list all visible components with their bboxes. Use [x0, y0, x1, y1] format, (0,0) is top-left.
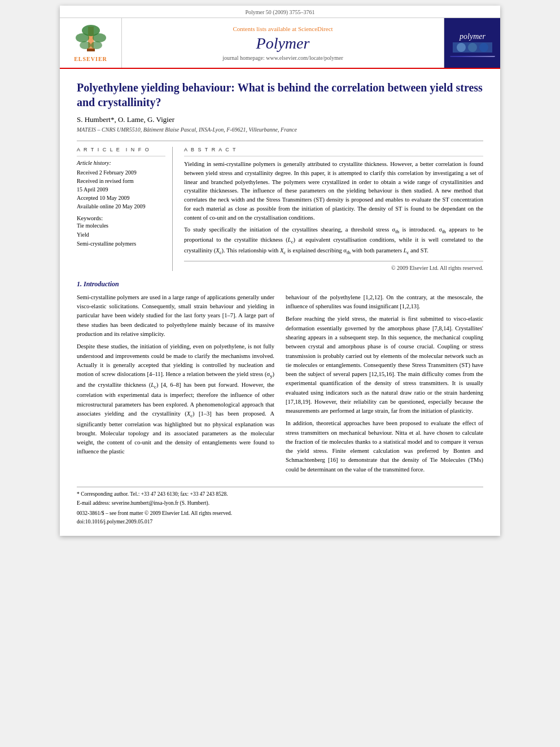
elsevier-logo: ELSEVIER [71, 24, 111, 62]
svg-point-4 [80, 41, 91, 49]
meta-divider [77, 156, 165, 156]
revised-label: Received in revised form [77, 177, 165, 185]
received-date: Received 2 February 2009 [77, 168, 165, 177]
intro-col2-para1: behaviour of the polyethylene [1,2,12]. … [286, 293, 483, 312]
journal-center-info: Contents lists available at ScienceDirec… [122, 18, 444, 68]
polymer-cover-icon: polymer [450, 28, 495, 56]
svg-point-2 [76, 33, 89, 42]
left-meta-col: A R T I C L E I N F O Article history: R… [77, 147, 173, 271]
accepted-date: Accepted 10 May 2009 [77, 194, 165, 202]
keyword-2: Yield [77, 230, 165, 239]
intro-col1-para2: Despite these studies, the initiation of… [77, 342, 274, 456]
article-info-label: A R T I C L E I N F O [77, 147, 165, 152]
keywords-section: Keywords: Tie molecules Yield Semi-cryst… [77, 215, 165, 248]
elsevier-text: ELSEVIER [74, 56, 107, 62]
authors: S. Humbert*, O. Lame, G. Vigier [77, 115, 483, 124]
journal-header: ELSEVIER Contents lists available at Sci… [60, 18, 500, 69]
polymer-badge-container: polymer [444, 18, 500, 68]
svg-text:polymer: polymer [459, 32, 485, 41]
svg-rect-6 [87, 49, 95, 51]
top-bar: Polymer 50 (2009) 3755–3761 [60, 6, 500, 18]
journal-homepage: journal homepage: www.elsevier.com/locat… [222, 55, 343, 61]
polymer-badge-graphic: polymer [450, 29, 495, 57]
article-meta-section: A R T I C L E I N F O Article history: R… [77, 147, 483, 271]
body-section: 1. Introduction Semi-crystalline polymer… [77, 280, 483, 478]
svg-point-10 [457, 43, 466, 52]
article-history: Article history: Received 2 February 200… [77, 160, 165, 211]
footnote-corresponding: * Corresponding author. Tel.: +33 47 243… [77, 491, 483, 498]
elsevier-logo-container: ELSEVIER [60, 18, 122, 68]
affiliation: MATEIS – CNRS UMR5510, Bâtiment Blaise P… [77, 126, 483, 133]
article-title: Polyethylene yielding behaviour: What is… [77, 80, 483, 110]
intro-col2: behaviour of the polyethylene [1,2,12]. … [286, 293, 483, 478]
keyword-3: Semi-crystalline polymers [77, 239, 165, 248]
journal-name: Polymer [256, 34, 310, 53]
doi-line: doi:10.1016/j.polymer.2009.05.017 [77, 519, 483, 525]
revised-date: 15 April 2009 [77, 185, 165, 194]
history-label: Article history: [77, 160, 165, 166]
sciencedirect-link-text: ScienceDirect [298, 25, 333, 32]
abstract-divider [184, 156, 483, 156]
content-area: Polyethylene yielding behaviour: What is… [60, 69, 500, 536]
abstract-col: A B S T R A C T Yielding in semi-crystal… [184, 147, 483, 271]
intro-heading: 1. Introduction [77, 280, 483, 289]
divider-1 [77, 141, 483, 141]
abstract-para1: Yielding in semi-crystalline polymers is… [184, 160, 483, 222]
svg-point-5 [91, 41, 102, 49]
elsevier-graphic-icon [71, 24, 111, 55]
intro-col2-para2: Before reaching the yield stress, the ma… [286, 314, 483, 416]
abstract-copyright: © 2009 Elsevier Ltd. All rights reserved… [184, 261, 483, 271]
footnote-email: E-mail address: severine.humbert@insa-ly… [77, 500, 483, 507]
journal-citation: Polymer 50 (2009) 3755–3761 [245, 9, 314, 15]
abstract-label: A B S T R A C T [184, 147, 483, 152]
svg-point-3 [93, 33, 106, 42]
footnotes: * Corresponding author. Tel.: +33 47 243… [77, 487, 483, 525]
footnote-copyright: 0032-3861/$ – see front matter © 2009 El… [77, 510, 483, 517]
keywords-label: Keywords: [77, 215, 165, 221]
intro-two-col: Semi-crystalline polymers are used in a … [77, 293, 483, 478]
polymer-badge-text: polymer [450, 28, 495, 59]
svg-point-12 [479, 43, 488, 52]
keyword-1: Tie molecules [77, 221, 165, 230]
abstract-text: Yielding in semi-crystalline polymers is… [184, 160, 483, 256]
intro-col1: Semi-crystalline polymers are used in a … [77, 293, 274, 478]
available-date: Available online 20 May 2009 [77, 202, 165, 211]
intro-col2-para3: In addition, theoretical approaches have… [286, 419, 483, 474]
intro-col1-para1: Semi-crystalline polymers are used in a … [77, 293, 274, 339]
svg-point-11 [468, 43, 477, 52]
sciencedirect-line: Contents lists available at ScienceDirec… [233, 25, 333, 32]
abstract-para2: To study specifically the initiation of … [184, 225, 483, 256]
